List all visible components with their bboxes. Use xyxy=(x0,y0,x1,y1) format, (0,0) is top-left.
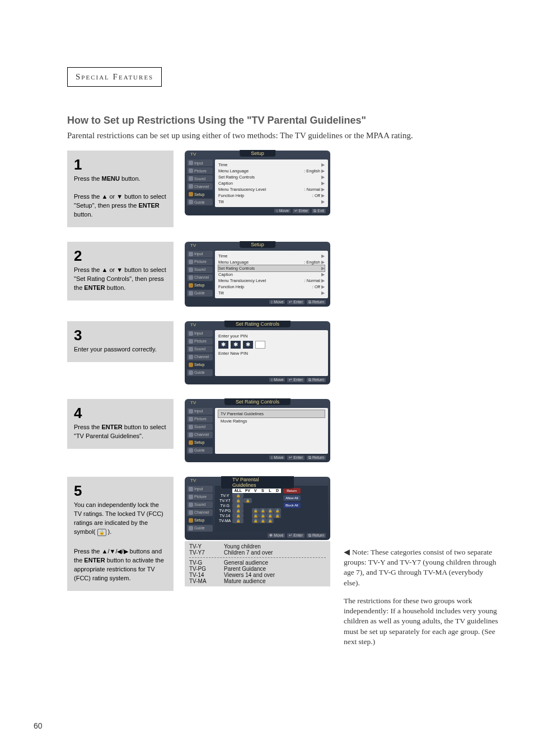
osd-tab-channel: Channel xyxy=(187,431,213,438)
input-icon xyxy=(189,409,193,414)
lock-icon: 🔒 xyxy=(232,503,243,508)
osd-tab-setup: Setup xyxy=(187,517,213,524)
osd-tab-guide: Guide xyxy=(187,199,213,205)
osd-pin-screenshot: TV Set Rating Controls Input Picture Sou… xyxy=(185,321,330,384)
legend-code-tvy: TV-Y xyxy=(189,543,215,550)
sound-icon xyxy=(189,267,193,272)
osd-title: Set Rating Controls xyxy=(224,398,291,405)
osd-tab-guide: Guide xyxy=(187,447,213,454)
setup-item-function-help: Function Help xyxy=(218,284,244,289)
lock-icon: 🔒 xyxy=(266,508,274,513)
label: Picture xyxy=(194,495,207,499)
setup-item-translucency: Menu Translucency Level xyxy=(218,187,266,192)
return-button: Return xyxy=(283,488,301,494)
page: Special Features How to Set up Restricti… xyxy=(0,0,534,756)
rating-grid-panel: ALL FV V S L D TV-Y🔒 TV-Y7🔒 xyxy=(215,486,328,532)
legend-code-tv14: TV-14 xyxy=(189,572,215,578)
setup-item-menu-language: Menu Language xyxy=(218,260,249,265)
text: Press the xyxy=(74,175,102,182)
input-icon xyxy=(189,161,193,165)
text: button. xyxy=(105,284,126,291)
col-s: S xyxy=(259,488,266,493)
osd-tab-setup: Setup xyxy=(187,282,213,289)
up-arrow-icon: ▲ xyxy=(102,192,108,201)
label: Move xyxy=(279,209,289,213)
chevron-right-icon: ▶ xyxy=(321,199,325,204)
return-icon: ⧉ xyxy=(308,300,311,304)
setup-item-menu-language: Menu Language xyxy=(218,168,249,173)
guide-icon xyxy=(189,526,193,530)
osd-rating-panel: TV Parental Guidelines Movie Ratings xyxy=(215,408,328,454)
lock-icon: 🔒 xyxy=(259,518,266,523)
osd-title: TV Parental Guidelines xyxy=(221,476,294,489)
osd-pin-panel: Enter your PIN ✱ ✱ ✱ Enter New PIN xyxy=(215,330,328,376)
step-2-instructions: 2 Press the ▲ or ▼ button to select "Set… xyxy=(67,242,174,300)
pin-digit-3: ✱ xyxy=(243,341,253,349)
enter-button-label: ENTER xyxy=(84,557,105,564)
text: ). xyxy=(106,528,112,535)
lock-icon: 🔒 xyxy=(232,513,243,518)
enter-icon: ↵ xyxy=(289,533,292,537)
label: Return xyxy=(312,533,324,537)
move-icon: ↕ xyxy=(271,300,273,304)
label: Sound xyxy=(194,347,205,351)
picture-icon xyxy=(189,339,193,344)
col-l: L xyxy=(266,488,274,493)
down-arrow-icon: ▼ xyxy=(109,548,115,555)
lock-icon: 🔒 xyxy=(274,508,281,513)
row-tvy7: TV-Y7 xyxy=(217,498,232,503)
osd-tab-channel: Channel xyxy=(187,274,213,281)
label: Enter xyxy=(293,378,303,382)
label: Enter xyxy=(293,533,303,537)
osd-tab-sound: Sound xyxy=(187,424,213,430)
label: Channel xyxy=(194,275,209,279)
move-icon: ↕ xyxy=(271,456,273,459)
col-all: ALL xyxy=(232,488,243,493)
return-icon: ⧉ xyxy=(308,378,311,382)
osd-tv-parental-guidelines-screenshot: TV TV Parental Guidelines Input Picture … xyxy=(185,477,330,540)
chevron-right-icon: ▶ xyxy=(321,284,325,289)
label: Move xyxy=(274,300,283,304)
channel-icon xyxy=(189,275,193,280)
picture-icon xyxy=(189,417,193,421)
chevron-right-icon: ▶ xyxy=(321,253,325,259)
osd-title: Setup xyxy=(240,241,275,248)
page-number: 60 xyxy=(34,721,43,730)
block-all-button: Block All xyxy=(283,503,301,508)
lock-icon: 🔒 xyxy=(232,508,243,513)
step-number: 4 xyxy=(74,405,167,422)
legend-desc-tvy: Young children xyxy=(224,543,261,550)
step-1-instructions: 1 Press the MENU button. Press the ▲ or … xyxy=(67,151,174,227)
side-note: ▶Note: These categories consist of two s… xyxy=(344,547,500,647)
guide-icon xyxy=(189,291,193,295)
lock-icon: 🔒 xyxy=(252,508,259,513)
lock-icon: 🔒 xyxy=(266,518,274,523)
chevron-right-icon: ▶ xyxy=(321,193,325,198)
label: Guide xyxy=(194,526,205,530)
chevron-right-icon: ▶ xyxy=(321,162,325,167)
chevron-right-icon: ▶ xyxy=(321,266,325,271)
label: Sound xyxy=(194,267,205,271)
label: Picture xyxy=(194,339,207,343)
osd-footer: ↕ Move ↵ Enter ⧉ Exit xyxy=(187,207,328,213)
label: Enter xyxy=(293,300,303,304)
label: Enter xyxy=(299,209,308,213)
label: Input xyxy=(194,252,203,256)
setup-icon xyxy=(189,440,193,445)
intro-text: Parental restrictions can be set up usin… xyxy=(67,130,500,142)
sound-icon xyxy=(189,503,193,507)
label: Channel xyxy=(194,355,209,359)
osd-tab-input: Input xyxy=(187,408,213,415)
row-tv14: TV-14 xyxy=(217,513,232,518)
osd-sidebar: Input Picture Sound Channel Setup Guide xyxy=(187,486,213,532)
legend-desc-tv14: Viewers 14 and over xyxy=(224,572,275,578)
text: Press the xyxy=(74,548,102,555)
value: : English xyxy=(304,260,320,265)
osd-tab-sound: Sound xyxy=(187,266,213,273)
osd-footer: ✥ Move ↵ Enter ⧉ Return xyxy=(187,532,328,538)
osd-main-panel: Time▶ Menu Language: English ▶ Set Ratin… xyxy=(215,251,328,298)
osd-tab-input: Input xyxy=(187,251,213,257)
value: : Normal xyxy=(305,278,320,283)
tv-label: TV xyxy=(190,478,196,483)
rating-legend: TV-YYoung children TV-Y7Children 7 and o… xyxy=(185,541,330,586)
